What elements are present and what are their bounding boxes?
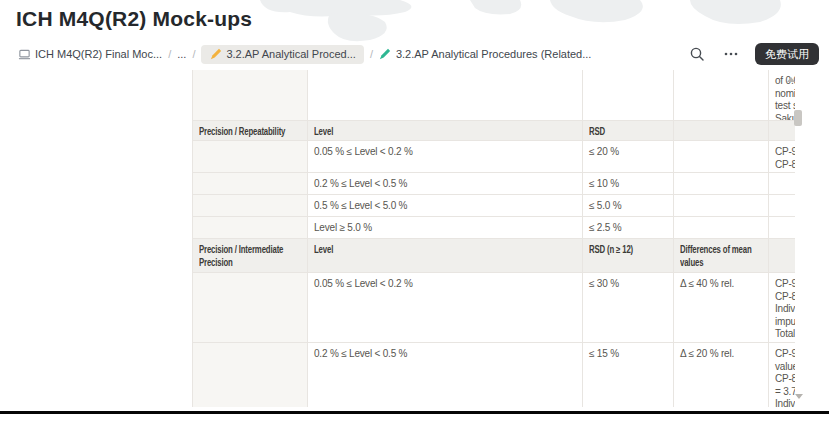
table-cell[interactable]: CP-9 CP-8 Indivi impur Total — [769, 273, 795, 343]
table-cell[interactable] — [674, 217, 769, 239]
breadcrumb-label: ICH M4Q(R2) Final Moc... — [35, 48, 162, 60]
scroll-up-arrow[interactable] — [787, 77, 795, 82]
table-cell[interactable]: ≤ 5.0 % — [583, 195, 674, 217]
table-cell[interactable]: 0.05 % ≤ Level < 0.2 % — [308, 141, 583, 173]
toolbar-actions: 免费试用 — [687, 43, 819, 65]
table-cell[interactable] — [193, 217, 308, 239]
table-cell[interactable] — [769, 217, 795, 239]
breadcrumb-separator: / — [370, 48, 373, 60]
breadcrumb-item-current[interactable]: 3.2.AP Analytical Procedures (Related... — [379, 48, 591, 61]
validation-criteria-table: of 0.0 nomin test s SakurPrecision / Rep… — [192, 70, 795, 407]
table-header-cell[interactable] — [674, 121, 769, 141]
breadcrumb-label: ... — [177, 48, 186, 60]
table-cell[interactable]: CP-9 CP-8 — [769, 141, 795, 173]
more-options-icon[interactable] — [721, 44, 741, 64]
table-cell[interactable] — [308, 70, 583, 121]
window-bottom-edge — [0, 411, 829, 414]
table-cell[interactable] — [193, 141, 308, 173]
table-header-cell[interactable]: Precision / Intermediate Precision — [193, 239, 308, 273]
table-cell[interactable]: Δ ≤ 40 % rel. — [674, 273, 769, 343]
table-cell[interactable] — [674, 141, 769, 173]
table-cell[interactable]: ≤ 10 % — [583, 173, 674, 195]
table-cell[interactable]: 0.05 % ≤ Level < 0.2 % — [308, 273, 583, 343]
table-header-text: RSD (n ≥ 12) — [589, 244, 667, 257]
breadcrumb-label: 3.2.AP Analytical Proced... — [226, 48, 355, 60]
table-header-cell[interactable] — [769, 121, 795, 141]
table-cell[interactable] — [769, 173, 795, 195]
table-header-cell[interactable]: Precision / Repeatability — [193, 121, 308, 141]
breadcrumb-item-root[interactable]: ICH M4Q(R2) Final Moc... — [18, 48, 162, 61]
search-icon[interactable] — [687, 44, 707, 64]
breadcrumb: ICH M4Q(R2) Final Moc... / ... / 3.2.AP … — [18, 45, 591, 64]
table-cell[interactable] — [193, 273, 308, 343]
table-viewport: of 0.0 nomin test s SakurPrecision / Rep… — [192, 70, 795, 407]
table-header-cell[interactable]: Differences of mean values — [674, 239, 769, 273]
table-cell[interactable]: ≤ 20 % — [583, 141, 674, 173]
page-title: ICH M4Q(R2) Mock-ups — [16, 7, 252, 31]
table-header-cell[interactable]: RSD — [583, 121, 674, 141]
table-header-text: Level — [314, 126, 576, 139]
table-header-cell[interactable]: RSD (n ≥ 12) — [583, 239, 674, 273]
table-cell[interactable] — [193, 173, 308, 195]
table-header-text: Precision / Repeatability — [199, 126, 301, 139]
table-cell[interactable]: ≤ 15 % — [583, 343, 674, 407]
table-cell[interactable] — [193, 70, 308, 121]
table-cell[interactable] — [674, 173, 769, 195]
table-cell[interactable] — [769, 195, 795, 217]
table-cell[interactable]: 0.5 % ≤ Level < 5.0 % — [308, 195, 583, 217]
table-cell[interactable]: 0.2 % ≤ Level < 0.5 % — [308, 343, 583, 407]
page: ICH M4Q(R2) Mock-ups ICH M4Q(R2) Final M… — [0, 0, 829, 425]
table-cell[interactable] — [193, 343, 308, 407]
table-header-text: Precision / Intermediate Precision — [199, 244, 301, 269]
scrollbar-thumb[interactable] — [794, 110, 802, 126]
breadcrumb-separator: / — [192, 48, 195, 60]
laptop-icon — [18, 48, 31, 61]
table-cell[interactable]: ≤ 2.5 % — [583, 217, 674, 239]
table-cell[interactable]: Level ≥ 5.0 % — [308, 217, 583, 239]
breadcrumb-label: 3.2.AP Analytical Procedures (Related... — [396, 48, 591, 60]
table-header-text: Level — [314, 244, 576, 257]
green-pencil-icon — [379, 48, 392, 61]
toolbar: ICH M4Q(R2) Final Moc... / ... / 3.2.AP … — [0, 40, 829, 68]
table-header-cell[interactable]: Level — [308, 239, 583, 273]
table-cell[interactable]: Δ ≤ 20 % rel. — [674, 343, 769, 407]
table-cell[interactable]: ≤ 30 % — [583, 273, 674, 343]
table-header-text: RSD — [589, 126, 667, 139]
table-cell[interactable] — [674, 70, 769, 121]
table-cell[interactable]: 0.2 % ≤ Level < 0.5 % — [308, 173, 583, 195]
table-header-text: Differences of mean values — [680, 244, 762, 269]
table-cell[interactable] — [583, 70, 674, 121]
scroll-down-arrow[interactable] — [795, 394, 803, 399]
breadcrumb-item-ellipsis[interactable]: ... — [177, 48, 186, 60]
table-header-cell[interactable]: Level — [308, 121, 583, 141]
table-header-cell[interactable] — [769, 239, 795, 273]
table-cell[interactable] — [674, 195, 769, 217]
table-cell[interactable]: CP-9 value CP-8 = 3.7 Indivi — [769, 343, 795, 407]
table-cell[interactable] — [193, 195, 308, 217]
free-trial-button[interactable]: 免费试用 — [755, 43, 819, 65]
breadcrumb-separator: / — [168, 48, 171, 60]
breadcrumb-item-analytical-proced[interactable]: 3.2.AP Analytical Proced... — [201, 45, 363, 64]
yellow-pen-icon — [209, 48, 222, 61]
